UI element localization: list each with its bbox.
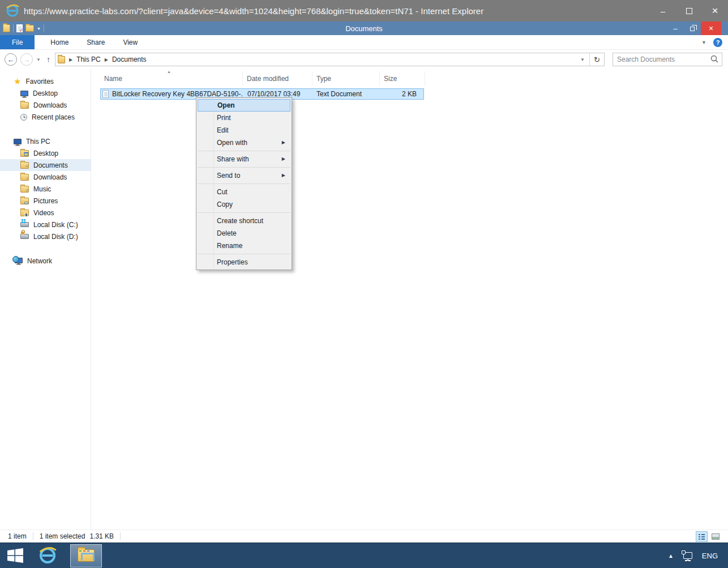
breadcrumb-separator-icon: ▶ <box>105 57 108 62</box>
breadcrumb-this-pc[interactable]: This PC <box>76 55 101 63</box>
internet-explorer-icon <box>6 4 19 18</box>
menu-separator <box>198 151 290 151</box>
column-header-name[interactable]: Name ▲ <box>100 71 243 86</box>
column-header-date-modified[interactable]: Date modified <box>243 71 312 86</box>
status-bar: 1 item 1 item selected 1.31 KB <box>0 529 728 543</box>
desktop-folder-icon: 🗖 <box>20 150 29 157</box>
file-list-pane[interactable]: Name ▲ Date modified Type Size BitLocker… <box>91 69 728 529</box>
sort-ascending-icon: ▲ <box>167 70 171 74</box>
up-button[interactable]: ↑ <box>46 55 50 64</box>
column-header-type[interactable]: Type <box>312 71 380 86</box>
explorer-minimize-button[interactable]: – <box>667 22 684 35</box>
new-folder-quick-icon[interactable] <box>25 25 34 32</box>
local-disk-c-icon <box>20 222 29 227</box>
back-button[interactable]: ← <box>5 53 17 66</box>
column-label: Type <box>316 75 331 83</box>
menu-item-properties[interactable]: Properties <box>198 256 290 268</box>
sidebar-group-this-pc[interactable]: This PC <box>0 135 91 147</box>
customize-toolbar-caret-icon[interactable]: ▼ <box>37 27 41 31</box>
explorer-window: ✓ ▼ Documents – × File Home Share View ▼… <box>0 22 728 543</box>
sidebar-group-network[interactable]: Network <box>0 255 91 267</box>
menu-item-open-with[interactable]: Open with▶ <box>198 136 290 149</box>
ie-window-title: https://www.practice-labs.com/?client=ja… <box>24 6 483 16</box>
explorer-titlebar: ✓ ▼ Documents – × <box>0 22 728 35</box>
start-button[interactable] <box>0 543 31 568</box>
sidebar-item-local-disk-d[interactable]: Local Disk (D:) <box>0 230 91 242</box>
menu-item-create-shortcut[interactable]: Create shortcut <box>198 215 290 227</box>
address-bar[interactable]: ▶ This PC ▶ Documents ▼ ↻ <box>55 53 605 66</box>
sidebar-group-favorites[interactable]: ★ Favorites <box>0 75 91 87</box>
downloads-folder-icon: ↓ <box>20 174 29 181</box>
network-status-icon[interactable] <box>683 552 692 559</box>
thumbnails-view-button[interactable] <box>709 531 721 542</box>
sidebar-label: This PC <box>26 138 50 146</box>
menu-item-share-with[interactable]: Share with▶ <box>198 153 290 165</box>
tab-home[interactable]: Home <box>41 35 78 49</box>
search-input[interactable] <box>613 55 709 63</box>
thumbnails-view-icon <box>712 533 720 540</box>
menu-item-open[interactable]: Open <box>198 99 290 112</box>
column-header-size[interactable]: Size <box>380 71 425 86</box>
pictures-folder-icon <box>20 198 29 204</box>
sidebar-item-recent-places[interactable]: Recent places <box>0 111 91 123</box>
sidebar-item-desktop-favorite[interactable]: Desktop <box>0 87 91 99</box>
this-pc-icon <box>14 139 22 144</box>
submenu-arrow-icon: ▶ <box>282 136 285 149</box>
menu-separator <box>198 212 290 213</box>
ie-minimize-button[interactable]: – <box>650 0 676 22</box>
explorer-restore-button[interactable] <box>684 22 701 35</box>
sidebar-item-pictures[interactable]: Pictures <box>0 195 91 207</box>
sidebar-item-videos[interactable]: Videos <box>0 207 91 219</box>
address-dropdown-caret-icon[interactable]: ▼ <box>576 57 589 62</box>
back-icon: ← <box>7 55 15 64</box>
sidebar-label: Recent places <box>32 113 75 121</box>
breadcrumb-documents[interactable]: Documents <box>112 55 147 63</box>
explorer-window-title: Documents <box>345 24 383 33</box>
recent-locations-caret-icon[interactable]: ▼ <box>36 57 41 62</box>
file-explorer-icon <box>78 549 95 562</box>
ie-maximize-button[interactable] <box>676 0 702 22</box>
tab-file[interactable]: File <box>0 35 35 49</box>
tab-share[interactable]: Share <box>78 35 114 49</box>
file-size: 2 KB <box>402 90 417 98</box>
navigation-pane: ★ Favorites Desktop ↓ Downloads Recent p… <box>0 69 91 529</box>
properties-quick-icon[interactable]: ✓ <box>16 24 23 32</box>
menu-item-edit[interactable]: Edit <box>198 124 290 136</box>
sidebar-item-desktop[interactable]: 🗖 Desktop <box>0 147 91 159</box>
sidebar-item-local-disk-c[interactable]: Local Disk (C:) <box>0 219 91 230</box>
menu-item-send-to[interactable]: Send to▶ <box>198 169 290 182</box>
explorer-system-icon[interactable] <box>3 24 10 32</box>
search-box <box>613 53 722 66</box>
menu-item-rename[interactable]: Rename <box>198 240 290 252</box>
language-indicator[interactable]: ENG <box>702 552 718 560</box>
menu-item-delete[interactable]: Delete <box>198 227 290 240</box>
sidebar-label: Pictures <box>33 197 58 205</box>
downloads-folder-icon: ↓ <box>20 102 29 109</box>
refresh-icon: ↻ <box>594 55 600 64</box>
forward-button[interactable]: → <box>20 53 33 66</box>
expand-ribbon-caret-icon[interactable]: ▼ <box>701 40 706 45</box>
recent-places-icon <box>20 114 27 121</box>
help-icon[interactable]: ? <box>713 38 722 47</box>
ie-close-button[interactable]: × <box>702 0 728 22</box>
submenu-arrow-icon: ▶ <box>282 169 285 182</box>
sidebar-item-downloads[interactable]: ↓ Downloads <box>0 171 91 183</box>
separator <box>33 532 33 540</box>
menu-item-copy[interactable]: Copy <box>198 198 290 211</box>
menu-item-print[interactable]: Print <box>198 112 290 124</box>
search-icon[interactable] <box>709 54 720 65</box>
details-view-button[interactable] <box>696 531 708 542</box>
sidebar-item-downloads-favorite[interactable]: ↓ Downloads <box>0 99 91 111</box>
sidebar-item-documents[interactable]: ≡ Documents <box>0 159 91 171</box>
tab-view[interactable]: View <box>114 35 147 49</box>
taskbar-internet-explorer-button[interactable] <box>35 543 60 568</box>
taskbar-file-explorer-button[interactable] <box>70 544 102 567</box>
explorer-close-button[interactable]: × <box>701 22 721 35</box>
sidebar-item-music[interactable]: ♪ Music <box>0 183 91 195</box>
refresh-button[interactable]: ↻ <box>589 53 604 66</box>
status-selected-size: 1.31 KB <box>89 532 114 540</box>
show-hidden-icons-caret-icon[interactable]: ▲ <box>668 553 674 559</box>
menu-item-cut[interactable]: Cut <box>198 186 290 198</box>
status-selected-count: 1 item selected <box>40 532 85 540</box>
separator <box>44 24 44 32</box>
